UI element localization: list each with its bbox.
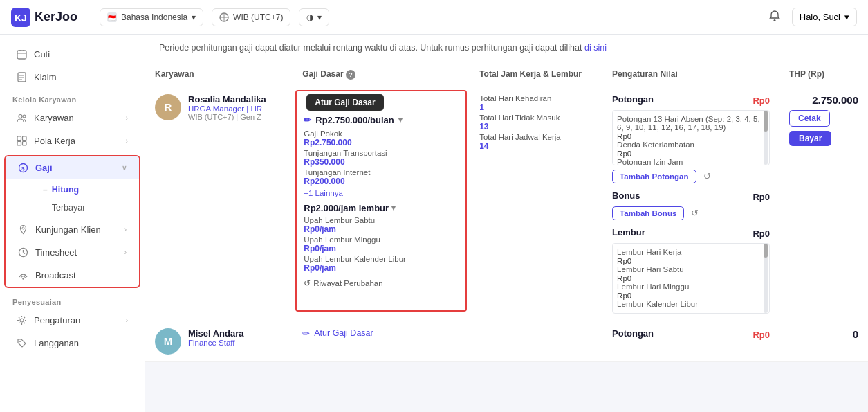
employee-cell-misel: M Misel Andara Finance Staff <box>145 321 293 361</box>
banner-link[interactable]: di sini <box>584 43 607 53</box>
sidebar-label-gaji: Gaji <box>35 163 53 173</box>
sidebar-item-kunjungan[interactable]: Kunjungan Klien › <box>6 218 139 241</box>
sidebar-label-pengaturan: Pengaturan <box>34 315 80 325</box>
sidebar-item-pengaturan[interactable]: Pengaturan › <box>4 309 140 332</box>
sidebar-item-karyawan[interactable]: Karyawan › <box>4 107 140 129</box>
svg-rect-21 <box>23 142 27 146</box>
sidebar-item-timesheet[interactable]: Timesheet › <box>6 241 139 264</box>
potongan-header-row: Potongan Rp0 <box>612 94 770 107</box>
potongan-header-row-misel: Potongan Rp0 <box>612 328 770 341</box>
atur-gaji-dasar-link[interactable]: ✏ Atur Gaji Dasar <box>302 328 460 339</box>
language-label: Bahasa Indonesia <box>121 12 187 22</box>
thp-cell-misel: 0 <box>779 321 868 361</box>
gaji-item-internet: Tunjangan Internet Rp200.000 <box>304 168 459 186</box>
chevron-down-icon: ▾ <box>192 12 196 22</box>
riwayat-perubahan[interactable]: ↺ Riwayat Perubahan <box>304 278 459 288</box>
sidebar-item-gaji[interactable]: $ Gaji ∨ <box>6 156 139 179</box>
svg-point-30 <box>19 341 21 342</box>
employee-role: Finance Staff <box>188 339 243 347</box>
jam-cell-misel <box>470 321 602 361</box>
potongan-item-izin: Potongan Izin Jam <box>617 158 765 165</box>
sidebar-label-hitung: Hitung <box>52 185 80 195</box>
potongan-amount: Rp0 <box>752 96 770 106</box>
sidebar-item-hitung[interactable]: Hitung <box>36 181 139 199</box>
gaji-dasar-highlighted: Atur Gaji Dasar ✏ Rp2.750.000/bulan ▾ Ga… <box>295 90 467 312</box>
edit-pencil-icon[interactable]: ✏ <box>304 115 311 125</box>
employee-info: M Misel Andara Finance Staff <box>155 328 283 355</box>
bonus-header-row: Bonus Rp0 <box>612 190 770 204</box>
sidebar-label-kunjungan: Kunjungan Klien <box>35 224 101 235</box>
lembur-item-sabtu: Lembur Hari Sabtu <box>617 265 765 274</box>
tambah-potongan-button[interactable]: Tambah Potongan <box>612 170 696 183</box>
sidebar-item-cuti[interactable]: Cuti <box>4 43 140 66</box>
calendar-icon <box>17 49 27 60</box>
sidebar-item-broadcast[interactable]: Broadcast <box>6 264 139 287</box>
lembur-minggu-value: Rp0 <box>617 292 765 300</box>
potongan-amount-misel: Rp0 <box>752 330 770 340</box>
gaji-dropdown-icon[interactable]: ▾ <box>398 116 403 125</box>
employee-name: Rosalia Mandalika <box>188 94 266 105</box>
main-layout: Cuti Klaim Kelola Karyawan Karyawan › Po… <box>0 35 868 412</box>
potongan-title-misel: Potongan <box>612 328 654 339</box>
jam-jadwal-label: Total Hari Jadwal Kerja <box>479 133 593 141</box>
lembur-amount: Rp0 <box>752 229 770 239</box>
svg-point-28 <box>22 278 24 279</box>
sidebar-item-terbayar[interactable]: Terbayar <box>36 199 139 217</box>
sidebar-section-kelola: Kelola Karyawan <box>0 89 145 107</box>
tambah-potongan-row: Tambah Potongan ↺ <box>612 170 770 183</box>
col-header-thp: THP (Rp) <box>779 62 868 87</box>
user-menu[interactable]: Halo, Suci ▾ <box>792 8 857 26</box>
theme-toggle[interactable]: ◑ ▾ <box>299 8 329 26</box>
overtime-dropdown-icon[interactable]: ▾ <box>391 204 396 213</box>
timezone-selector[interactable]: WIB (UTC+7) <box>212 8 290 26</box>
overtime-item-sabtu: Upah Lembur Sabtu Rp0/jam <box>304 216 459 234</box>
overtime-header: Rp2.000/jam lembur ▾ <box>304 203 459 213</box>
reset-potongan-icon[interactable]: ↺ <box>703 171 711 181</box>
col-header-karyawan: Karyawan <box>145 62 293 87</box>
potongan-list: Potongan 13 Hari Absen (Sep: 2, 3, 4, 5,… <box>612 110 770 165</box>
reset-bonus-icon[interactable]: ↺ <box>691 208 699 218</box>
overtime-sabtu-value: Rp0/jam <box>304 224 459 234</box>
employee-details: Misel Andara Finance Staff <box>188 328 243 347</box>
scrollbar-track-lembur <box>764 244 768 313</box>
chevron-right-icon: › <box>126 137 128 145</box>
lembur-item-kerja: Lembur Hari Kerja <box>617 248 765 256</box>
tag-icon <box>17 338 27 348</box>
edit-pencil-icon: ✏ <box>302 328 310 339</box>
people-icon <box>17 113 27 123</box>
chevron-right-icon: › <box>126 114 128 122</box>
sidebar-item-klaim[interactable]: Klaim <box>4 66 140 89</box>
atur-gaji-tooltip: Atur Gaji Dasar <box>306 94 383 111</box>
broadcast-icon <box>18 270 28 280</box>
notification-button[interactable] <box>766 7 784 27</box>
jam-item-jadwal: Total Hari Jadwal Kerja 14 <box>479 133 593 151</box>
gaji-pokok-amount: Rp2.750.000/bulan <box>315 115 394 125</box>
svg-rect-19 <box>23 136 27 141</box>
sidebar: Cuti Klaim Kelola Karyawan Karyawan › Po… <box>0 35 145 412</box>
banner-text: Periode perhitungan gaji dapat diatur me… <box>159 43 582 53</box>
topnav-right: Halo, Suci ▾ <box>766 7 857 27</box>
flag-icon: 🇮🇩 <box>107 12 117 22</box>
lembur-header-row: Lembur Rp0 <box>612 227 770 240</box>
lembur-item-minggu: Lembur Hari Minggu <box>617 283 765 291</box>
sidebar-label-karyawan: Karyawan <box>34 113 74 123</box>
language-selector[interactable]: 🇮🇩 Bahasa Indonesia ▾ <box>100 8 203 26</box>
cetak-button[interactable]: Cetak <box>789 110 830 127</box>
bayar-button[interactable]: Bayar <box>789 131 831 146</box>
pengaturan-scroll[interactable]: Potongan Rp0 Potongan 13 Hari Absen (Sep… <box>612 94 770 314</box>
sidebar-section-penyesuaian: Penyesuaian <box>0 291 145 309</box>
bell-icon <box>768 10 781 22</box>
overtime-minggu-value: Rp0/jam <box>304 244 459 253</box>
tambah-bonus-button[interactable]: Tambah Bonus <box>612 206 684 220</box>
svg-point-29 <box>20 319 24 322</box>
gaji-item-transportasi-value: Rp350.000 <box>304 157 459 167</box>
sidebar-item-pola-kerja[interactable]: Pola Kerja › <box>4 129 140 152</box>
sidebar-label-broadcast: Broadcast <box>35 270 76 280</box>
scrollbar-track <box>764 111 768 165</box>
svg-rect-18 <box>17 136 21 141</box>
svg-line-27 <box>24 253 26 254</box>
chevron-right-icon: › <box>124 226 127 233</box>
gaji-more-link[interactable]: +1 Lainnya <box>304 189 459 197</box>
sidebar-item-langganan[interactable]: Langganan <box>4 332 140 355</box>
chevron-right-icon: › <box>126 316 128 324</box>
